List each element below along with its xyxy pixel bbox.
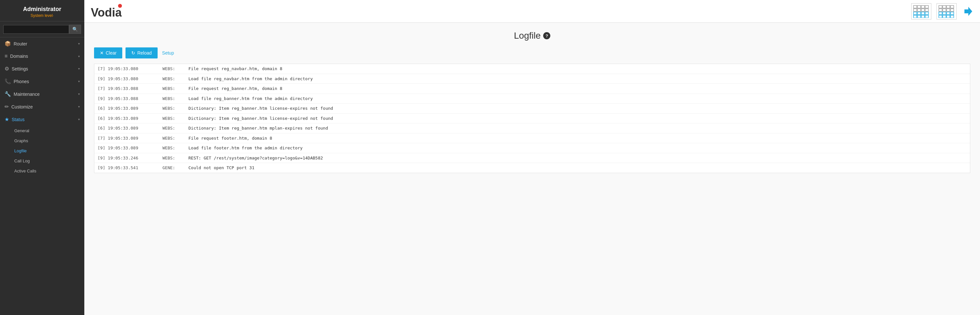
svg-rect-11 [917, 12, 921, 14]
log-message: REST: GET /rest/system/image?category=lo… [188, 155, 967, 161]
log-message: Could not open TCP port 31 [188, 165, 967, 171]
svg-rect-22 [939, 9, 942, 11]
log-source: WEBS: [162, 85, 188, 92]
sidebar-item-label: Settings [12, 66, 76, 72]
svg-rect-13 [925, 12, 928, 14]
topbar-right [911, 3, 974, 19]
system-level: System level· [3, 13, 81, 18]
logo-area: Vodia [91, 3, 130, 19]
search-input[interactable] [3, 25, 69, 34]
svg-rect-4 [921, 5, 924, 8]
grid-view-button-1[interactable] [911, 3, 931, 19]
svg-rect-31 [943, 15, 946, 18]
svg-rect-27 [943, 12, 946, 14]
svg-rect-9 [925, 9, 928, 11]
svg-rect-6 [913, 9, 917, 11]
chevron-down-icon: ▾ [78, 105, 80, 109]
log-row: [6] 19:05:33.089WEBS:Dictionary: Item re… [94, 123, 970, 133]
search-button[interactable]: 🔍 [69, 25, 81, 34]
svg-rect-23 [943, 9, 946, 11]
log-source: WEBS: [162, 66, 188, 72]
sidebar-item-maintenance[interactable]: 🔧 Maintenance ▾ [0, 88, 84, 100]
sidebar-item-phones[interactable]: 📞 Phones ▾ [0, 75, 84, 88]
sidebar-item-logfile[interactable]: Logfile [0, 146, 84, 156]
svg-rect-16 [921, 15, 924, 18]
log-row: [9] 19:05:33.080WEBS:Load file reg_navba… [94, 74, 970, 84]
chevron-down-icon: ▾ [78, 118, 80, 121]
svg-rect-2 [913, 5, 917, 8]
log-timestamp: [7] 19:05:33.089 [98, 135, 162, 142]
status-icon: ★ [5, 116, 9, 122]
svg-rect-33 [950, 15, 954, 18]
sidebar-item-label: Domains [10, 54, 76, 59]
main-content: Vodia [84, 0, 980, 315]
sidebar-item-call-log[interactable]: Call Log [0, 156, 84, 166]
clear-label: Clear [106, 50, 116, 56]
sidebar-item-active-calls[interactable]: Active Calls [0, 166, 84, 176]
sidebar-item-label: Status [12, 117, 76, 122]
svg-rect-32 [947, 15, 950, 18]
log-message: Load file footer.htm from the admin dire… [188, 145, 967, 151]
log-timestamp: [9] 19:05:33.541 [98, 165, 162, 171]
sidebar-item-router[interactable]: 📦 Router ▾ [0, 37, 84, 50]
topbar: Vodia [84, 0, 980, 23]
customize-icon: ✏ [5, 104, 9, 110]
log-timestamp: [6] 19:05:33.089 [98, 105, 162, 112]
log-source: GENE: [162, 165, 188, 171]
svg-rect-21 [950, 5, 954, 8]
grid-icon-2 [938, 5, 955, 18]
sidebar-item-graphs[interactable]: Graphs [0, 136, 84, 146]
logout-icon [962, 5, 974, 17]
sidebar-item-customize[interactable]: ✏ Customize ▾ [0, 100, 84, 113]
log-timestamp: [7] 19:05:33.080 [98, 66, 162, 72]
sidebar-header: Administrator System level· [0, 0, 84, 21]
svg-rect-26 [939, 12, 942, 14]
sidebar-item-settings[interactable]: ⚙ Settings ▾ [0, 62, 84, 75]
clear-button[interactable]: ✕ Clear [94, 47, 122, 58]
svg-rect-30 [939, 15, 942, 18]
log-message: Dictionary: Item reg_banner.htm license-… [188, 105, 967, 112]
svg-rect-5 [925, 5, 928, 8]
svg-rect-17 [925, 15, 928, 18]
svg-rect-8 [921, 9, 924, 11]
log-message: File request footer.htm, domain 8 [188, 135, 967, 142]
sidebar-item-domains[interactable]: ≡ Domains ▾ [0, 50, 84, 62]
svg-rect-7 [917, 9, 921, 11]
sidebar-item-label: Customize [11, 104, 76, 109]
log-source: WEBS: [162, 115, 188, 122]
svg-rect-29 [950, 12, 954, 14]
log-message: File request reg_banner.htm, domain 8 [188, 85, 967, 92]
reload-label: Reload [137, 50, 151, 56]
svg-rect-15 [917, 15, 921, 18]
log-message: Dictionary: Item reg_banner.htm mplan-ex… [188, 125, 967, 131]
help-icon[interactable]: ? [543, 32, 550, 39]
sidebar-item-label: Maintenance [14, 91, 76, 97]
grid-view-button-2[interactable] [937, 3, 957, 19]
setup-button[interactable]: Setup [161, 47, 175, 58]
chevron-down-icon: ▾ [78, 92, 80, 96]
svg-rect-14 [913, 15, 917, 18]
search-container: 🔍 [0, 21, 84, 37]
log-source: WEBS: [162, 155, 188, 161]
sidebar-item-label: Router [14, 41, 76, 46]
log-row: [6] 19:05:33.089WEBS:Dictionary: Item re… [94, 114, 970, 124]
router-icon: 📦 [5, 41, 11, 47]
logout-button[interactable] [962, 5, 974, 17]
sidebar-item-status[interactable]: ★ Status ▾ [0, 113, 84, 126]
chevron-down-icon: ▾ [78, 80, 80, 83]
log-source: WEBS: [162, 76, 188, 82]
svg-rect-24 [947, 9, 950, 11]
reload-button[interactable]: ↻ Reload [126, 47, 157, 58]
svg-rect-25 [950, 9, 954, 11]
sidebar-item-general[interactable]: General [0, 126, 84, 136]
log-message: Load file reg_navbar.htm from the admin … [188, 76, 967, 82]
settings-icon: ⚙ [5, 66, 9, 72]
log-timestamp: [9] 19:05:33.080 [98, 76, 162, 82]
svg-rect-3 [917, 5, 921, 8]
phones-icon: 📞 [5, 78, 11, 85]
log-table: [7] 19:05:33.080WEBS:File request reg_na… [94, 64, 970, 173]
log-timestamp: [6] 19:05:33.089 [98, 115, 162, 122]
log-timestamp: [9] 19:05:33.089 [98, 145, 162, 151]
log-row: [9] 19:05:33.246WEBS:REST: GET /rest/sys… [94, 153, 970, 163]
svg-rect-12 [921, 12, 924, 14]
